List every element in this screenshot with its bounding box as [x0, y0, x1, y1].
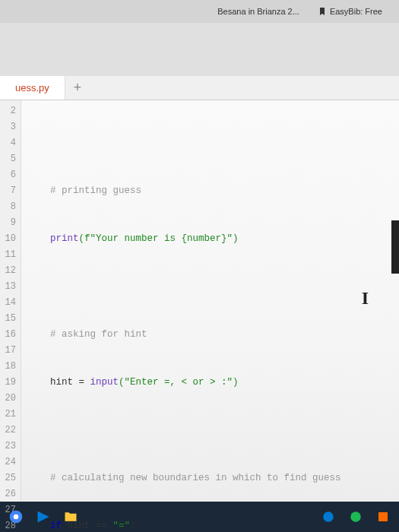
line-number: 4: [0, 135, 16, 151]
line-number: 22: [0, 423, 16, 439]
fn-call: print: [50, 233, 79, 244]
tab-label: EasyBib: Free: [330, 7, 382, 16]
code-pane[interactable]: # printing guess print(f"Your number is …: [21, 100, 399, 502]
editor-filename: uess.py: [15, 82, 49, 93]
svg-point-1: [14, 515, 19, 520]
line-number: 12: [0, 263, 16, 279]
line-number: 18: [0, 359, 16, 375]
add-tab-button[interactable]: +: [65, 76, 90, 100]
line-number: 13: [0, 279, 16, 295]
line-number: 26: [0, 486, 16, 502]
line-number: 20: [0, 391, 16, 407]
line-number: 5: [0, 151, 16, 167]
line-number: 23: [0, 439, 16, 454]
text-cursor-icon: I: [362, 290, 369, 306]
line-number: 9: [0, 215, 16, 231]
line-number: 24: [0, 454, 16, 470]
comment: # printing guess: [50, 185, 141, 196]
line-number: 6: [0, 167, 16, 183]
chrome-icon[interactable]: [6, 507, 26, 527]
browser-tab[interactable]: Besana in Brianza 2...: [208, 7, 309, 16]
comment: # asking for hint: [50, 329, 147, 340]
string: ("Enter =, < or > :"): [119, 377, 239, 388]
line-gutter: 2345678910111213141516171819202122232425…: [0, 100, 21, 502]
line-number: 16: [0, 327, 16, 343]
plus-icon: +: [73, 81, 81, 96]
tab-label: Besana in Brianza 2...: [217, 7, 299, 16]
line-number: 10: [0, 231, 16, 247]
line-number: 8: [0, 199, 16, 215]
line-number: 2: [0, 103, 16, 119]
browser-tab[interactable]: EasyBib: Free: [309, 7, 391, 16]
keyword: if: [50, 521, 62, 531]
line-number: 7: [0, 183, 16, 199]
editor-tab-active[interactable]: uess.py: [0, 76, 65, 100]
var: hint: [50, 377, 73, 388]
fn-call: input: [90, 377, 119, 388]
bookmark-icon: [318, 7, 327, 16]
comment: # calculating new boundaries in which to…: [50, 473, 341, 483]
line-number: 11: [0, 247, 16, 263]
browser-tab-strip: Besana in Brianza 2... EasyBib: Free: [0, 0, 399, 23]
line-number: 17: [0, 343, 16, 359]
line-number: 21: [0, 407, 16, 423]
editor-area: 2345678910111213141516171819202122232425…: [0, 100, 399, 502]
line-number: 19: [0, 375, 16, 391]
string: (f"Your number is {number}"): [79, 233, 239, 244]
line-number: 14: [0, 295, 16, 311]
line-number: 3: [0, 119, 16, 135]
line-number: 25: [0, 470, 16, 486]
window-spacer: [0, 23, 399, 76]
line-number: 15: [0, 311, 16, 327]
right-edge: [391, 220, 399, 274]
editor-tab-strip: uess.py +: [0, 76, 399, 100]
